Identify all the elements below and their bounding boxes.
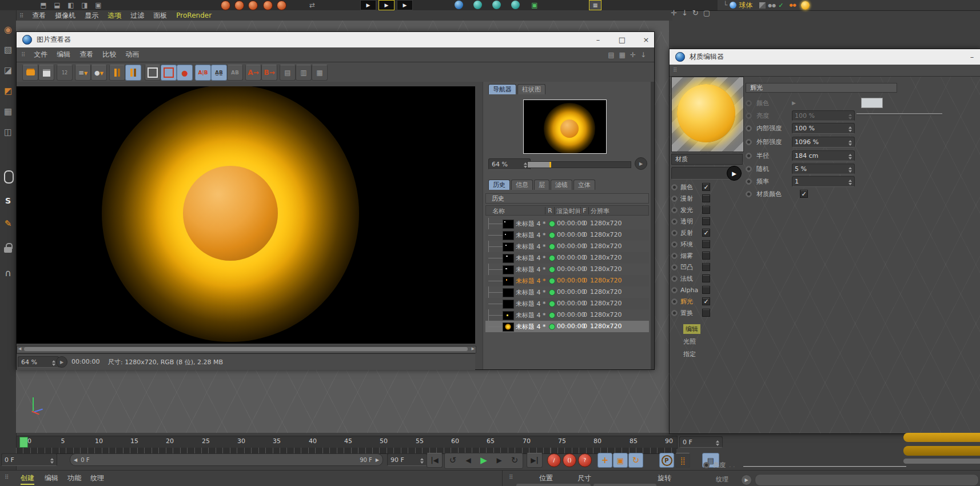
channel-luminance[interactable]: 发光 [671,204,743,216]
spline-icon[interactable] [473,1,482,9]
pv-titlebar[interactable]: 图片查看器 – □ × [17,32,654,47]
maximize-icon[interactable]: □ [614,35,631,44]
page-assign[interactable]: 指定 [671,348,743,360]
end-frame-spinner[interactable]: 90 F [387,453,427,466]
page-illumination[interactable]: 光照 [671,336,743,347]
pv-dock-icon-4[interactable]: ↓ [640,51,646,59]
save-image-button[interactable] [38,65,54,81]
zoom-icon[interactable]: ↓ [682,9,688,17]
mat-menu-function[interactable]: 功能 [67,473,81,483]
deformer-icon[interactable] [511,1,520,9]
nav-zoom-slider[interactable] [527,161,631,168]
field-icon[interactable]: ▦ [589,0,601,10]
me-titlebar[interactable]: 材质编辑器 – [670,49,980,65]
range-left-arrow-icon[interactable]: ◀ [74,457,77,463]
current-frame-spinner[interactable]: 0 F [1,453,57,466]
nav-zoom-field[interactable]: 64 % [488,158,531,170]
channel-fog[interactable]: 烟雾 [671,250,743,261]
channel-diffusion[interactable]: 漫射 [671,193,743,204]
spinner-icon[interactable] [848,165,852,173]
channel-environment[interactable]: 环境 [671,238,743,250]
channel-checkbox[interactable] [702,252,710,260]
history-row[interactable]: 未标题 4 *00:00:0001280x720 [485,298,649,309]
param-radio-icon[interactable] [746,166,752,172]
primitive-icon[interactable] [455,1,463,9]
cube-tool-icon-4[interactable]: ◫ [2,126,14,138]
history-nav-icon[interactable]: ⇄ [306,1,318,9]
spinner-icon[interactable] [716,439,719,446]
frame-white-button[interactable] [145,65,161,81]
channel-displacement[interactable]: 置换 [671,307,743,318]
range-right-arrow-icon[interactable]: ▶ [376,457,379,463]
set-b-button[interactable]: B→ [261,65,277,81]
inner-strength-field[interactable]: 100 % [792,123,855,134]
param-radio-icon[interactable] [746,191,752,197]
material-tag-icon[interactable] [801,1,810,10]
attr-radio-icon[interactable] [703,462,710,468]
copy-icon[interactable]: ◨ [79,1,90,9]
tab-info[interactable]: 信息 [511,180,533,190]
play-button[interactable]: ▶ [476,453,491,467]
vp-menu-filter[interactable]: 过滤 [130,11,144,21]
history-row[interactable]: 未标题 4 *00:00:0001280x720 [485,252,649,264]
enabled-check-icon[interactable]: ✓ [778,2,783,9]
layout-button-2[interactable]: ▥ [296,65,312,81]
record-scale-button[interactable]: ▣ [613,453,628,468]
phong-dots-icon[interactable]: ●● [789,3,796,7]
pen-tool-icon[interactable]: ✎ [2,217,14,230]
timeline-playhead[interactable] [19,437,28,448]
goto-end-button[interactable]: ▶| [527,453,543,468]
param-radio-icon[interactable] [746,153,752,159]
vp-menu-panel[interactable]: 面板 [153,11,167,21]
channel-bump[interactable]: 凹凸 [671,261,743,273]
render-settings-icon[interactable] [248,1,258,10]
vp-menu-display[interactable]: 显示 [85,11,98,21]
page-editor[interactable]: 编辑 [671,323,743,334]
vp-menu-camera[interactable]: 摄像机 [55,11,75,21]
record-pla-button[interactable]: ⣿ [675,453,690,468]
outer-strength-field[interactable]: 1096 % [792,137,855,148]
nav-play-button[interactable]: ▶ [635,157,647,170]
render-view-icon[interactable] [221,1,230,10]
cut-icon[interactable]: ◧ [65,1,77,9]
rotate-view-icon[interactable]: ↻ [692,9,699,17]
cube-tool-icon-2[interactable]: ◪ [2,64,14,77]
soft-selection-icon[interactable]: S [2,194,14,207]
col-f[interactable]: F [583,207,586,214]
spinner-icon[interactable] [50,456,54,464]
tab-histogram[interactable]: 柱状图 [517,84,545,94]
texture-field[interactable] [755,474,979,486]
history-row[interactable]: 未标题 4 *00:00:0001280x720 [485,309,649,321]
render-globe-icon[interactable]: ◉ [2,23,14,35]
channel-checkbox[interactable]: ✓ [702,229,710,237]
mat-menu-edit[interactable]: 编辑 [45,473,58,483]
maximize-view-icon[interactable]: ▢ [703,9,710,17]
material-pick-button[interactable]: ▶ [727,166,742,181]
ball-sort-button[interactable]: ●▼ [91,65,107,81]
channel-color[interactable]: 颜色✓ [671,181,743,193]
channel-transparency[interactable]: 透明 [671,216,743,227]
pv-grip-icon[interactable]: ⠿ [21,51,25,58]
timeline-ruler[interactable]: 0 5 10 15 20 25 30 35 40 45 50 55 60 65 … [16,436,678,449]
channel-alpha[interactable]: Alpha [671,284,743,296]
viewport-bottom-strip[interactable] [16,369,669,433]
pv-dock-icon-1[interactable]: ▤ [608,51,614,59]
channel-glow[interactable]: 辉光✓ [671,296,743,307]
tab-history[interactable]: 历史 [488,180,510,190]
pv-menu-edit[interactable]: 编辑 [57,50,70,59]
tab-stereo[interactable]: 立体 [573,180,595,190]
record-position-button[interactable]: + [597,453,612,468]
spinner-icon[interactable] [848,152,852,160]
frame-red-button[interactable] [161,65,177,81]
cube-tool-icon-1[interactable]: ▧ [2,43,14,56]
channel-checkbox[interactable] [702,309,710,317]
generator-icon[interactable] [492,1,501,9]
channel-reflectance[interactable]: 反射✓ [671,227,743,238]
undo-icon[interactable]: ⬒ [38,1,49,9]
vp-menu-options[interactable]: 选项 [107,11,121,21]
history-row[interactable]: 未标题 4 *00:00:0001280x720 [485,264,649,275]
spinner-icon[interactable] [848,178,852,185]
columns-button[interactable] [109,65,125,81]
tab-layer[interactable]: 层 [534,180,549,190]
material-manager-grip-icon[interactable]: ⠿ [5,474,8,480]
